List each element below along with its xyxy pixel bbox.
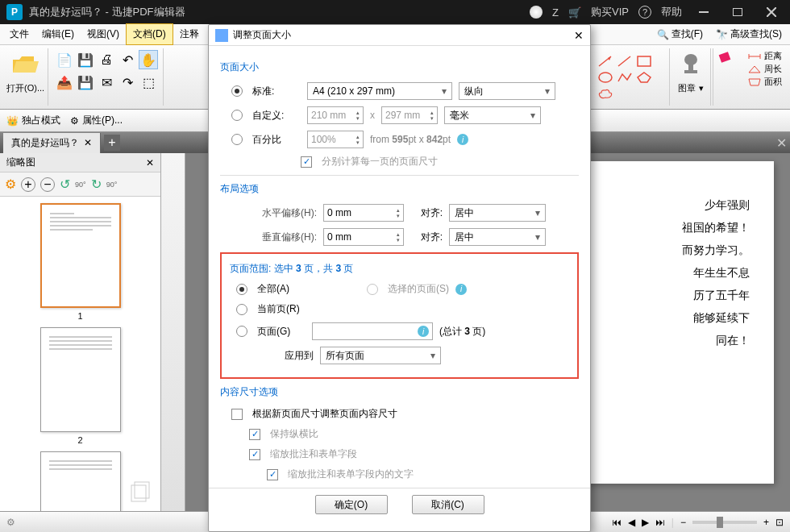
tab-close-button[interactable]: ✕ xyxy=(84,137,92,148)
menu-document[interactable]: 文档(D) xyxy=(126,23,173,45)
tabbar-close-button[interactable]: ✕ xyxy=(776,135,787,151)
page-prev-button[interactable]: ◀ xyxy=(628,517,635,528)
apply-to-combo[interactable]: 所有页面 xyxy=(320,347,441,364)
polygon-shape[interactable] xyxy=(635,70,653,85)
help-icon[interactable]: ? xyxy=(638,6,651,19)
info-icon[interactable]: i xyxy=(457,134,468,145)
zoom-slider[interactable] xyxy=(692,521,757,524)
undo-button[interactable]: ↶ xyxy=(118,50,137,69)
sidebar-tools: ⚙ + − ↺ 90° ↻ 90° xyxy=(0,172,160,197)
sidebar-gear-icon[interactable]: ⚙ xyxy=(5,177,16,192)
export-button[interactable]: 📤 xyxy=(55,73,74,92)
save-as-button[interactable]: 💾 xyxy=(76,73,95,92)
radio-selected[interactable] xyxy=(367,284,378,295)
hand-tool-button[interactable]: ✋ xyxy=(139,50,158,69)
cloud-shape[interactable] xyxy=(597,86,614,101)
checkbox-calc-each[interactable] xyxy=(301,156,312,168)
page-last-button[interactable]: ⏭ xyxy=(655,517,665,528)
radio-standard[interactable] xyxy=(231,85,243,97)
add-tab-button[interactable]: + xyxy=(104,135,120,151)
menu-annotate[interactable]: 注释 xyxy=(173,24,206,44)
polyline-shape[interactable] xyxy=(616,70,634,85)
zoom-in-button[interactable]: + xyxy=(763,517,769,528)
rect-shape[interactable] xyxy=(635,54,653,69)
cancel-button[interactable]: 取消(C) xyxy=(412,495,484,514)
width-spinner[interactable]: 210 mm xyxy=(307,106,364,124)
dialog-icon xyxy=(215,29,228,42)
eraser-button[interactable] xyxy=(718,50,736,63)
print-button[interactable]: 🖨 xyxy=(97,50,116,69)
rotate-left-icon[interactable]: ↺ xyxy=(60,177,70,192)
save-button[interactable]: 💾 xyxy=(76,50,95,69)
buy-vip-link[interactable]: 购买VIP xyxy=(591,5,629,19)
thumbnail-list[interactable]: 1 2 3 xyxy=(0,197,160,511)
zoom-out-icon[interactable]: − xyxy=(40,177,55,192)
sidebar-close-button[interactable]: ✕ xyxy=(146,157,154,168)
rotate-right-icon[interactable]: ↻ xyxy=(91,177,102,192)
search-button[interactable]: 🔍查找(F) xyxy=(652,26,708,43)
thumbnail-1[interactable]: 1 xyxy=(40,203,121,321)
sidebar-title: 缩略图 xyxy=(6,156,35,169)
checkbox-scale-fields[interactable] xyxy=(249,449,260,460)
page-first-button[interactable]: ⏮ xyxy=(612,517,622,528)
help-link[interactable]: 帮助 xyxy=(661,5,682,19)
arrow-shape[interactable] xyxy=(597,54,614,69)
window-title: 真的是好运吗？ - 迅捷PDF编辑器 xyxy=(29,5,530,19)
select-tool-button[interactable]: ⬚ xyxy=(139,73,158,92)
standalone-mode-button[interactable]: 👑独占模式 xyxy=(6,114,60,127)
height-spinner[interactable]: 297 mm xyxy=(381,106,438,124)
radio-current[interactable] xyxy=(236,304,247,315)
unit-combo[interactable]: 毫米 xyxy=(444,106,541,124)
dialog-close-button[interactable]: ✕ xyxy=(574,29,584,42)
fit-button[interactable]: ⊡ xyxy=(775,517,784,528)
pages-input[interactable]: i xyxy=(312,322,433,340)
stamp-button[interactable] xyxy=(675,48,707,81)
zoom-out-button[interactable]: − xyxy=(680,517,686,528)
info-icon-selected[interactable]: i xyxy=(455,284,467,295)
radio-all[interactable] xyxy=(236,284,247,295)
svg-marker-9 xyxy=(638,73,651,82)
checkbox-scale-text[interactable] xyxy=(267,469,278,480)
maximize-button[interactable] xyxy=(726,4,750,20)
h-offset-spinner[interactable]: 0 mm xyxy=(323,204,404,222)
thumbnail-2[interactable]: 2 xyxy=(40,327,121,445)
new-doc-button[interactable]: 📄 xyxy=(55,50,74,69)
align-v-combo[interactable]: 居中 xyxy=(449,228,546,246)
v-offset-spinner[interactable]: 0 mm xyxy=(323,228,404,246)
line-shape[interactable] xyxy=(616,54,634,69)
svg-marker-17 xyxy=(749,66,760,73)
open-button[interactable] xyxy=(10,48,42,81)
close-button[interactable] xyxy=(759,4,784,20)
properties-button[interactable]: ⚙属性(P)... xyxy=(70,114,123,127)
resize-page-dialog: 调整页面大小 ✕ 页面大小 标准: A4 (210 x 297 mm) 纵向 自… xyxy=(208,24,591,532)
paper-size-combo[interactable]: A4 (210 x 297 mm) xyxy=(307,82,452,100)
minimize-button[interactable] xyxy=(692,4,716,20)
distance-tool[interactable]: 距离 xyxy=(747,50,782,62)
area-tool[interactable]: 面积 xyxy=(747,76,782,88)
zoom-in-icon[interactable]: + xyxy=(21,177,35,192)
checkbox-keep-ratio[interactable] xyxy=(249,429,260,440)
adv-search-button[interactable]: 🔭高级查找(S) xyxy=(711,26,787,43)
shapes-palette[interactable] xyxy=(597,54,661,101)
radio-pages[interactable] xyxy=(236,326,247,337)
ok-button[interactable]: 确定(O) xyxy=(315,495,388,514)
radio-percent[interactable] xyxy=(231,134,243,145)
thumbnail-3[interactable]: 3 xyxy=(40,451,121,511)
status-gear-icon[interactable]: ⚙ xyxy=(6,517,15,528)
perimeter-tool[interactable]: 周长 xyxy=(747,63,782,75)
document-tab[interactable]: 真的是好运吗？ ✕ xyxy=(3,133,101,153)
page-next-button[interactable]: ▶ xyxy=(642,517,649,528)
orientation-combo[interactable]: 纵向 xyxy=(459,82,555,100)
radio-custom[interactable] xyxy=(231,110,243,121)
menu-view[interactable]: 视图(V) xyxy=(81,24,126,44)
checkbox-adjust[interactable] xyxy=(231,409,243,420)
percent-spinner[interactable]: 100% xyxy=(307,131,364,148)
menu-edit[interactable]: 编辑(E) xyxy=(35,24,81,44)
align-h-combo[interactable]: 居中 xyxy=(449,204,546,222)
cart-icon[interactable]: 🛒 xyxy=(568,6,581,19)
redo-button[interactable]: ↷ xyxy=(118,73,137,92)
menu-file[interactable]: 文件 xyxy=(3,24,35,44)
oval-shape[interactable] xyxy=(597,70,614,85)
email-button[interactable]: ✉ xyxy=(97,73,116,92)
globe-icon[interactable] xyxy=(530,6,543,19)
